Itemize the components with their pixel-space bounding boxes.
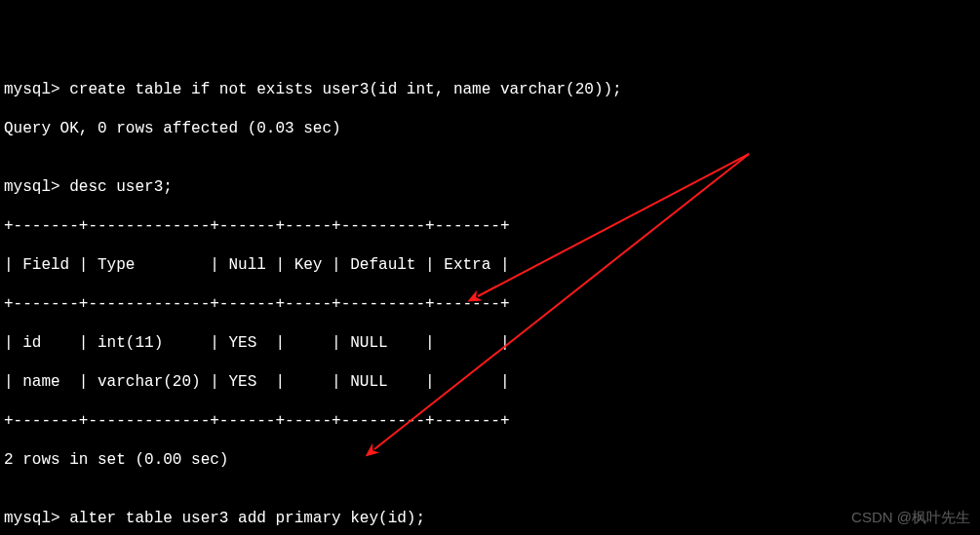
terminal-line: mysql> create table if not exists user3(…: [4, 80, 976, 99]
table-border: +-------+-------------+------+-----+----…: [4, 411, 976, 431]
terminal-line: 2 rows in set (0.00 sec): [4, 450, 976, 470]
table-row: | name | varchar(20) | YES | | NULL | |: [4, 372, 976, 392]
terminal-line: mysql> alter table user3 add primary key…: [4, 509, 976, 528]
table-border: +-------+-------------+------+-----+----…: [4, 294, 976, 314]
table-row: | id | int(11) | YES | | NULL | |: [4, 333, 976, 353]
watermark: CSDN @枫叶先生: [851, 509, 970, 527]
terminal-line: mysql> desc user3;: [4, 177, 976, 197]
table-header: | Field | Type | Null | Key | Default | …: [4, 255, 976, 275]
terminal-line: Query OK, 0 rows affected (0.03 sec): [4, 119, 976, 138]
table-border: +-------+-------------+------+-----+----…: [4, 216, 976, 236]
